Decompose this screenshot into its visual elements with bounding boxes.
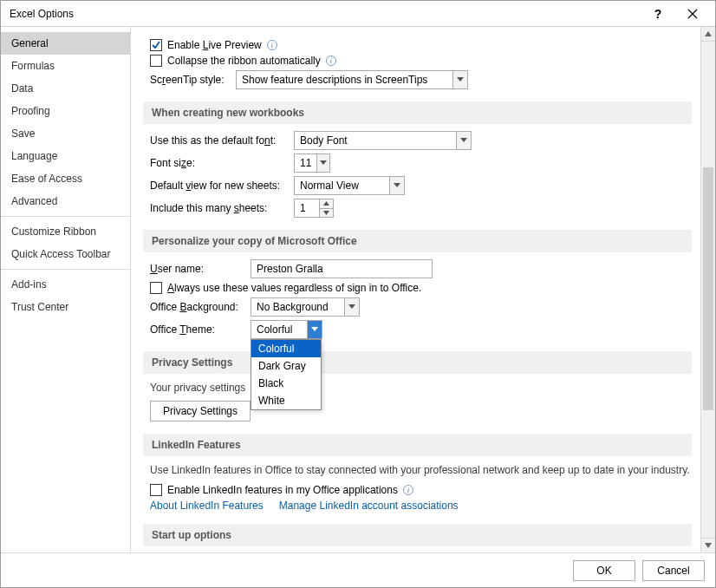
ok-button[interactable]: OK [573, 560, 635, 581]
default-view-value: Normal View [295, 180, 389, 192]
sheets-count-value: 1 [295, 199, 319, 217]
enable-linkedin-label: Enable LinkedIn features in my Office ap… [167, 484, 398, 496]
enable-live-preview-checkbox[interactable] [150, 39, 162, 51]
screentip-value: Show feature descriptions in ScreenTips [237, 74, 452, 86]
close-button[interactable] [675, 2, 710, 26]
help-icon: ? [654, 7, 662, 21]
checkmark-icon [151, 40, 161, 50]
chevron-down-icon [344, 298, 359, 316]
theme-option-white[interactable]: White [251, 392, 321, 409]
chevron-down-icon [307, 321, 322, 338]
sidebar-item-language[interactable]: Language [1, 145, 130, 167]
help-button[interactable]: ? [641, 2, 675, 26]
sidebar-item-quick-access-toolbar[interactable]: Quick Access Toolbar [1, 243, 130, 265]
sidebar: General Formulas Data Proofing Save Lang… [1, 27, 131, 552]
chevron-down-icon [452, 71, 467, 88]
section-personalize: Personalize your copy of Microsoft Offic… [143, 230, 692, 252]
sidebar-item-data[interactable]: Data [1, 77, 130, 100]
row-office-theme: Office Theme: Colorful Colorful Dark Gra… [150, 320, 692, 339]
chevron-down-icon [316, 154, 329, 172]
privacy-settings-button[interactable]: Privacy Settings [150, 401, 251, 421]
screentip-label: ScreenTip style: [150, 74, 231, 86]
sidebar-item-formulas[interactable]: Formulas [1, 55, 130, 77]
username-label: User name: [150, 263, 245, 275]
office-theme-combo[interactable]: Colorful Colorful Dark Gray Black White [251, 320, 322, 339]
sidebar-separator [1, 216, 130, 217]
sidebar-item-save[interactable]: Save [1, 122, 130, 145]
theme-option-colorful[interactable]: Colorful [251, 340, 321, 357]
section-new-workbooks: When creating new workbooks [143, 101, 692, 124]
titlebar: Excel Options ? [1, 1, 715, 27]
scroll-track[interactable] [701, 42, 715, 538]
sheets-count-spinner[interactable]: 1 [294, 199, 334, 218]
default-font-combo[interactable]: Body Font [294, 131, 472, 150]
row-default-font: Use this as the default font: Body Font [150, 131, 692, 150]
font-size-combo[interactable]: 11 [294, 154, 330, 173]
sheets-count-label: Include this many sheets: [150, 202, 289, 214]
content: Enable Live Preview i Collapse the ribbo… [131, 27, 700, 552]
font-size-label: Font size: [150, 157, 289, 169]
scroll-thumb[interactable] [703, 167, 713, 410]
office-theme-value: Colorful [251, 323, 307, 336]
screentip-combo[interactable]: Show feature descriptions in ScreenTips [236, 70, 468, 89]
close-icon [687, 9, 698, 19]
linkedin-desc: Use LinkedIn features in Office to stay … [150, 463, 692, 478]
section-linkedin: LinkedIn Features [143, 434, 692, 456]
sidebar-item-advanced[interactable]: Advanced [1, 190, 130, 212]
row-office-background: Office Background: No Background [150, 297, 692, 317]
row-username: User name: [150, 259, 692, 278]
sidebar-item-customize-ribbon[interactable]: Customize Ribbon [1, 220, 130, 243]
row-screentip: ScreenTip style: Show feature descriptio… [150, 70, 692, 89]
content-wrap: Enable Live Preview i Collapse the ribbo… [131, 27, 715, 552]
default-view-combo[interactable]: Normal View [294, 176, 405, 195]
row-linkedin-links: About LinkedIn Features Manage LinkedIn … [150, 500, 692, 512]
sidebar-item-general[interactable]: General [1, 32, 130, 55]
office-background-value: No Background [251, 301, 344, 313]
about-linkedin-link[interactable]: About LinkedIn Features [150, 500, 264, 512]
spinner-down-icon[interactable] [320, 208, 333, 218]
chevron-down-icon [456, 132, 471, 149]
office-background-combo[interactable]: No Background [251, 297, 360, 317]
collapse-ribbon-checkbox[interactable] [150, 55, 162, 67]
row-privacy-button: Privacy Settings [150, 401, 692, 421]
row-enable-live-preview: Enable Live Preview i [150, 39, 692, 51]
scrollbar[interactable] [700, 27, 715, 552]
manage-linkedin-link[interactable]: Manage LinkedIn account associations [279, 500, 459, 512]
sidebar-item-add-ins[interactable]: Add-ins [1, 273, 130, 296]
scroll-down-icon[interactable] [701, 538, 715, 552]
info-icon[interactable]: i [403, 485, 413, 495]
sidebar-item-trust-center[interactable]: Trust Center [1, 296, 130, 318]
chevron-down-icon [389, 177, 404, 194]
username-input[interactable] [251, 259, 433, 278]
row-always-use: Always use these values regardless of si… [150, 282, 692, 294]
sidebar-separator [1, 269, 130, 270]
font-size-value: 11 [295, 157, 316, 169]
footer: OK Cancel [1, 552, 715, 587]
section-startup: Start up options [143, 524, 692, 546]
sidebar-item-ease-of-access[interactable]: Ease of Access [1, 167, 130, 190]
always-use-checkbox[interactable] [150, 282, 162, 294]
spinner-up-icon[interactable] [320, 199, 333, 208]
enable-linkedin-checkbox[interactable] [150, 484, 162, 496]
row-collapse-ribbon: Collapse the ribbon automatically i [150, 55, 692, 67]
section-privacy: Privacy Settings [143, 351, 692, 374]
dialog-body: General Formulas Data Proofing Save Lang… [1, 27, 715, 552]
theme-option-black[interactable]: Black [251, 375, 321, 392]
theme-option-dark-gray[interactable]: Dark Gray [251, 357, 321, 375]
cancel-button[interactable]: Cancel [642, 560, 705, 581]
office-theme-dropdown: Colorful Dark Gray Black White [251, 339, 322, 410]
row-enable-linkedin: Enable LinkedIn features in my Office ap… [150, 484, 692, 496]
office-theme-label: Office Theme: [150, 323, 245, 336]
row-sheets-count: Include this many sheets: 1 [150, 199, 692, 218]
default-font-label: Use this as the default font: [150, 134, 289, 147]
sidebar-item-proofing[interactable]: Proofing [1, 100, 130, 122]
row-font-size: Font size: 11 [150, 154, 692, 173]
enable-live-preview-label: Enable Live Preview [167, 39, 262, 51]
scroll-up-icon[interactable] [701, 27, 715, 42]
row-default-view: Default view for new sheets: Normal View [150, 176, 692, 195]
always-use-label: Always use these values regardless of si… [167, 282, 421, 294]
info-icon[interactable]: i [267, 40, 277, 50]
info-icon[interactable]: i [326, 56, 336, 66]
default-view-label: Default view for new sheets: [150, 180, 289, 192]
collapse-ribbon-label: Collapse the ribbon automatically [167, 55, 321, 67]
